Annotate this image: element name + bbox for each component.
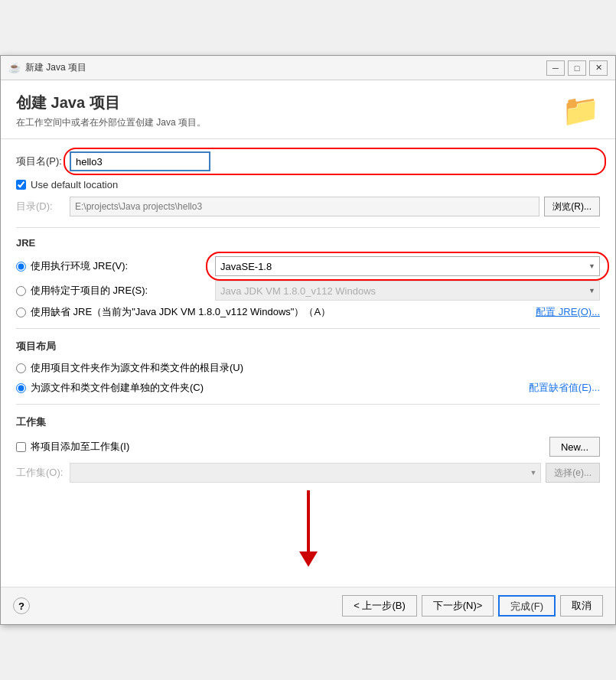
workset-select [70, 463, 541, 483]
workset-combo-label: 工作集(O): [16, 466, 70, 480]
jre-radio1-part: 使用执行环境 JRE(V): [16, 259, 215, 273]
header-icon: 📁 [562, 93, 600, 129]
layout-section: 项目布局 使用项目文件夹作为源文件和类文件的根目录(U) 为源文件和类文件创建单… [16, 340, 600, 395]
layout-config-link[interactable]: 配置缺省值(E)... [529, 381, 600, 395]
footer-buttons: < 上一步(B) 下一步(N)> 完成(F) 取消 [342, 595, 603, 617]
jre-disabled-select-wrapper: Java JDK VM 1.8.0_v112 Windows [215, 281, 600, 301]
jre-row1: 使用执行环境 JRE(V): JavaSE-1.8 JavaSE-11 Java… [16, 256, 600, 276]
workset-section-label: 工作集 [16, 415, 600, 429]
layout-radio1-row: 使用项目文件夹作为源文件和类文件的根目录(U) [16, 361, 600, 375]
default-location-label: Use default location [31, 179, 118, 190]
workset-combo-row: 工作集(O): 选择(e)... [16, 463, 600, 483]
main-window: ☕ 新建 Java 项目 ─ □ ✕ 创建 Java 项目 在工作空间中或者在外… [0, 55, 616, 625]
project-name-input[interactable] [70, 151, 210, 171]
workset-checkbox-label: 将项目添加至工作集(I) [31, 440, 129, 454]
footer-left: ? [13, 597, 30, 614]
jre-radio3-label: 使用缺省 JRE（当前为"Java JDK VM 1.8.0_v112 Wind… [31, 305, 331, 319]
project-name-label: 项目名(P): [16, 155, 70, 168]
cancel-button[interactable]: 取消 [560, 595, 603, 617]
workset-section: 工作集 将项目添加至工作集(I) New... 工作集(O): 选择(e)... [16, 415, 600, 483]
jre-row3: 使用缺省 JRE（当前为"Java JDK VM 1.8.0_v112 Wind… [16, 305, 600, 319]
minimize-button[interactable]: ─ [546, 60, 565, 76]
jre-select-wrapper: JavaSE-1.8 JavaSE-11 JavaSE-17 [215, 256, 600, 276]
title-bar-left: ☕ 新建 Java 项目 [8, 61, 86, 74]
layout-radio1[interactable] [16, 363, 26, 373]
jre-radio3-part: 使用缺省 JRE（当前为"Java JDK VM 1.8.0_v112 Wind… [16, 305, 536, 319]
header-text: 创建 Java 项目 在工作空间中或者在外部位置创建 Java 项目。 [16, 93, 206, 129]
back-button[interactable]: < 上一步(B) [342, 595, 417, 617]
default-location-row: Use default location [16, 179, 600, 190]
app-icon: ☕ [8, 62, 21, 74]
title-bar-controls: ─ □ ✕ [546, 60, 608, 76]
jre-radio2-part: 使用特定于项目的 JRE(S): [16, 284, 215, 298]
directory-row: 目录(D): 浏览(R)... [16, 197, 600, 216]
jre-radio1-label: 使用执行环境 JRE(V): [31, 259, 128, 273]
jre-disabled-select: Java JDK VM 1.8.0_v112 Windows [215, 281, 600, 301]
page-subtitle: 在工作空间中或者在外部位置创建 Java 项目。 [16, 116, 206, 129]
workset-checkbox-row: 将项目添加至工作集(I) New... [16, 437, 600, 457]
jre-radio3[interactable] [16, 307, 26, 317]
workset-checkbox[interactable] [16, 442, 26, 452]
close-button[interactable]: ✕ [589, 60, 608, 76]
directory-label: 目录(D): [16, 200, 70, 213]
layout-radio1-label: 使用项目文件夹作为源文件和类文件的根目录(U) [31, 361, 243, 375]
arrow-shaft [307, 490, 310, 551]
header-section: 创建 Java 项目 在工作空间中或者在外部位置创建 Java 项目。 📁 [1, 80, 615, 139]
jre-row2: 使用特定于项目的 JRE(S): Java JDK VM 1.8.0_v112 … [16, 281, 600, 301]
layout-section-label: 项目布局 [16, 340, 600, 353]
title-bar: ☕ 新建 Java 项目 ─ □ ✕ [1, 56, 615, 80]
default-location-checkbox[interactable] [16, 180, 26, 190]
jre-disabled-inner: Java JDK VM 1.8.0_v112 Windows [215, 281, 600, 301]
red-arrow [299, 490, 318, 567]
config-jre-link[interactable]: 配置 JRE(O)... [536, 305, 600, 319]
arrow-area [16, 483, 600, 574]
next-button[interactable]: 下一步(N)> [422, 595, 494, 617]
project-name-input-wrapper [70, 151, 600, 171]
jre-radio2[interactable] [16, 286, 26, 296]
browse-button[interactable]: 浏览(R)... [544, 197, 600, 216]
directory-input[interactable] [70, 197, 539, 216]
workset-new-button[interactable]: New... [549, 437, 600, 457]
layout-radio2-label: 为源文件和类文件创建单独的文件夹(C) [31, 381, 204, 395]
page-title: 创建 Java 项目 [16, 93, 206, 113]
arrow-head [299, 551, 318, 567]
jre-select[interactable]: JavaSE-1.8 JavaSE-11 JavaSE-17 [215, 256, 600, 276]
jre-select-inner: JavaSE-1.8 JavaSE-11 JavaSE-17 [215, 256, 600, 276]
title-bar-text: 新建 Java 项目 [25, 61, 86, 74]
layout-radio2[interactable] [16, 383, 26, 393]
jre-section-label: JRE [16, 237, 600, 249]
workset-select-button: 选择(e)... [546, 463, 600, 483]
jre-radio1[interactable] [16, 262, 26, 272]
maximize-button[interactable]: □ [568, 60, 586, 76]
finish-button[interactable]: 完成(F) [498, 595, 556, 617]
footer: ? < 上一步(B) 下一步(N)> 完成(F) 取消 [1, 587, 615, 624]
project-name-row: 项目名(P): [16, 151, 600, 171]
help-button[interactable]: ? [13, 597, 30, 614]
jre-radio2-label: 使用特定于项目的 JRE(S): [31, 284, 148, 298]
workset-select-wrapper [70, 463, 541, 483]
content-area: 项目名(P): Use default location 目录(D): 浏览(R… [1, 139, 615, 587]
layout-radio2-row: 为源文件和类文件创建单独的文件夹(C) 配置缺省值(E)... [16, 381, 600, 395]
